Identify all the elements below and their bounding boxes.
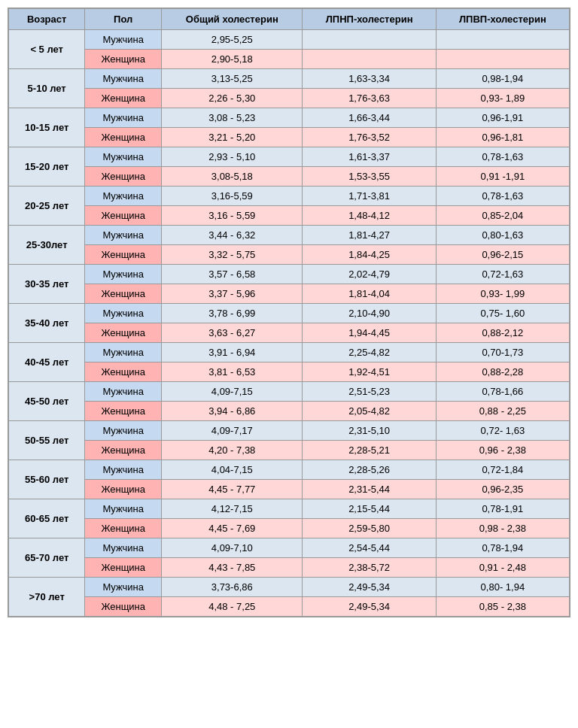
age-cell: 30-35 лет	[9, 265, 85, 304]
age-cell: 10-15 лет	[9, 108, 85, 147]
age-cell: 55-60 лет	[9, 460, 85, 499]
ldl-cholesterol-cell: 2,49-5,34	[303, 597, 436, 617]
ldl-cholesterol-cell: 2,02-4,79	[303, 265, 436, 284]
total-cholesterol-cell: 4,45 - 7,77	[162, 480, 303, 499]
table-row: 35-40 летМужчина3,78 - 6,992,10-4,900,75…	[9, 304, 570, 323]
table-row: 10-15 летМужчина3,08 - 5,231,66-3,440,96…	[9, 108, 570, 128]
header-total: Общий холестерин	[162, 9, 303, 30]
ldl-cholesterol-cell: 2,31-5,44	[303, 480, 436, 499]
gender-cell: Мужчина	[85, 30, 162, 50]
total-cholesterol-cell: 2,93 - 5,10	[162, 147, 303, 167]
hdl-cholesterol-cell: 0,98-1,94	[436, 69, 569, 89]
ldl-cholesterol-cell: 1,71-3,81	[303, 187, 436, 206]
ldl-cholesterol-cell: 2,10-4,90	[303, 304, 436, 323]
total-cholesterol-cell: 4,48 - 7,25	[162, 597, 303, 617]
table-row: 25-30летМужчина3,44 - 6,321,81-4,270,80-…	[9, 226, 570, 245]
gender-cell: Женщина	[85, 323, 162, 343]
age-cell: 65-70 лет	[9, 538, 85, 578]
gender-cell: Женщина	[85, 206, 162, 226]
gender-cell: Мужчина	[85, 147, 162, 167]
table-row: Женщина4,20 - 7,382,28-5,210,96 - 2,38	[9, 441, 570, 460]
table-row: Женщина3,16 - 5,591,48-4,120,85-2,04	[9, 206, 570, 226]
table-row: Женщина4,45 - 7,772,31-5,440,96-2,35	[9, 480, 570, 499]
gender-cell: Мужчина	[85, 265, 162, 284]
total-cholesterol-cell: 4,09-7,17	[162, 421, 303, 441]
age-cell: 45-50 лет	[9, 382, 85, 421]
table-row: < 5 летМужчина2,95-5,25	[9, 30, 570, 50]
total-cholesterol-cell: 3,16 - 5,59	[162, 206, 303, 226]
table-row: Женщина2,90-5,18	[9, 50, 570, 69]
cholesterol-table: Возраст Пол Общий холестерин ЛПНП-холест…	[8, 8, 570, 617]
gender-cell: Мужчина	[85, 69, 162, 89]
age-cell: 50-55 лет	[9, 421, 85, 460]
ldl-cholesterol-cell: 1,48-4,12	[303, 206, 436, 226]
table-row: 55-60 летМужчина4,04-7,152,28-5,260,72-1…	[9, 460, 570, 480]
total-cholesterol-cell: 3,32 - 5,75	[162, 245, 303, 265]
gender-cell: Женщина	[85, 362, 162, 382]
gender-cell: Женщина	[85, 597, 162, 617]
hdl-cholesterol-cell: 0,72-1,63	[436, 265, 569, 284]
total-cholesterol-cell: 2,90-5,18	[162, 50, 303, 69]
gender-cell: Мужчина	[85, 382, 162, 402]
total-cholesterol-cell: 3,21 - 5,20	[162, 128, 303, 147]
ldl-cholesterol-cell: 1,53-3,55	[303, 167, 436, 187]
gender-cell: Женщина	[85, 128, 162, 147]
hdl-cholesterol-cell: 0,96-2,15	[436, 245, 569, 265]
table-row: Женщина3,21 - 5,201,76-3,520,96-1,81	[9, 128, 570, 147]
table-row: 5-10 летМужчина3,13-5,251,63-3,340,98-1,…	[9, 69, 570, 89]
table-row: 15-20 летМужчина2,93 - 5,101,61-3,370,78…	[9, 147, 570, 167]
gender-cell: Мужчина	[85, 187, 162, 206]
total-cholesterol-cell: 3,81 - 6,53	[162, 362, 303, 382]
gender-cell: Мужчина	[85, 460, 162, 480]
age-cell: >70 лет	[9, 578, 85, 617]
hdl-cholesterol-cell: 0,91 -1,91	[436, 167, 569, 187]
hdl-cholesterol-cell: 0,88-2,12	[436, 323, 569, 343]
gender-cell: Женщина	[85, 480, 162, 499]
total-cholesterol-cell: 3,57 - 6,58	[162, 265, 303, 284]
ldl-cholesterol-cell: 2,59-5,80	[303, 519, 436, 538]
total-cholesterol-cell: 2,26 - 5,30	[162, 89, 303, 108]
table-row: 40-45 летМужчина3,91 - 6,942,25-4,820,70…	[9, 343, 570, 362]
total-cholesterol-cell: 2,95-5,25	[162, 30, 303, 50]
header-row: Возраст Пол Общий холестерин ЛПНП-холест…	[9, 9, 570, 30]
gender-cell: Женщина	[85, 558, 162, 578]
hdl-cholesterol-cell: 0,93- 1,99	[436, 284, 569, 304]
age-cell: 35-40 лет	[9, 304, 85, 343]
gender-cell: Мужчина	[85, 108, 162, 128]
header-hdl: ЛПВП-холестерин	[436, 9, 569, 30]
age-cell: 15-20 лет	[9, 147, 85, 187]
ldl-cholesterol-cell: 1,81-4,27	[303, 226, 436, 245]
hdl-cholesterol-cell: 0,72-1,84	[436, 460, 569, 480]
ldl-cholesterol-cell: 1,81-4,04	[303, 284, 436, 304]
table-row: >70 летМужчина3,73-6,862,49-5,340,80- 1,…	[9, 578, 570, 597]
table-row: Женщина3,08-5,181,53-3,550,91 -1,91	[9, 167, 570, 187]
hdl-cholesterol-cell: 0,78-1,94	[436, 538, 569, 558]
table-row: Женщина4,43 - 7,852,38-5,720,91 - 2,48	[9, 558, 570, 578]
total-cholesterol-cell: 3,44 - 6,32	[162, 226, 303, 245]
gender-cell: Женщина	[85, 441, 162, 460]
gender-cell: Мужчина	[85, 578, 162, 597]
table-row: Женщина3,81 - 6,531,92-4,510,88-2,28	[9, 362, 570, 382]
header-gender: Пол	[85, 9, 162, 30]
ldl-cholesterol-cell: 2,28-5,21	[303, 441, 436, 460]
gender-cell: Мужчина	[85, 226, 162, 245]
header-ldl: ЛПНП-холестерин	[303, 9, 436, 30]
ldl-cholesterol-cell: 1,84-4,25	[303, 245, 436, 265]
total-cholesterol-cell: 4,20 - 7,38	[162, 441, 303, 460]
ldl-cholesterol-cell: 2,49-5,34	[303, 578, 436, 597]
gender-cell: Женщина	[85, 519, 162, 538]
gender-cell: Женщина	[85, 167, 162, 187]
total-cholesterol-cell: 4,04-7,15	[162, 460, 303, 480]
ldl-cholesterol-cell: 1,92-4,51	[303, 362, 436, 382]
gender-cell: Женщина	[85, 402, 162, 421]
ldl-cholesterol-cell: 2,51-5,23	[303, 382, 436, 402]
ldl-cholesterol-cell: 1,63-3,34	[303, 69, 436, 89]
total-cholesterol-cell: 3,37 - 5,96	[162, 284, 303, 304]
ldl-cholesterol-cell: 1,61-3,37	[303, 147, 436, 167]
hdl-cholesterol-cell: 0,78-1,63	[436, 187, 569, 206]
hdl-cholesterol-cell: 0,96-1,81	[436, 128, 569, 147]
age-cell: 25-30лет	[9, 226, 85, 265]
table-row: Женщина3,37 - 5,961,81-4,040,93- 1,99	[9, 284, 570, 304]
total-cholesterol-cell: 4,09-7,10	[162, 538, 303, 558]
table-row: Женщина3,94 - 6,862,05-4,820,88 - 2,25	[9, 402, 570, 421]
